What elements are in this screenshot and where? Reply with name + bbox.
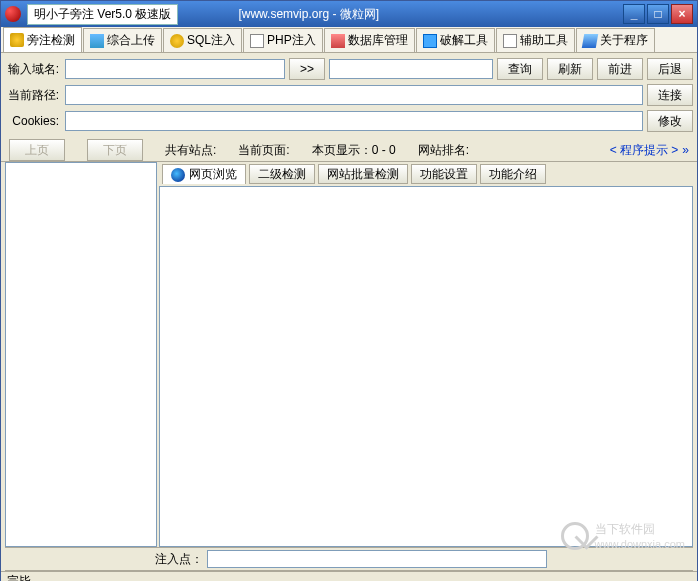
crack-icon: [423, 34, 437, 48]
inject-input[interactable]: [207, 550, 547, 568]
tab-label: 辅助工具: [520, 32, 568, 49]
tab-label: 数据库管理: [348, 32, 408, 49]
tab-db-manage[interactable]: 数据库管理: [324, 28, 415, 52]
current-page-label: 当前页面:: [238, 142, 289, 159]
inject-row: 注入点：: [1, 548, 697, 570]
php-icon: [250, 34, 264, 48]
prev-page-button[interactable]: 上页: [9, 139, 65, 161]
tab-label: 破解工具: [440, 32, 488, 49]
inject-label: 注入点：: [155, 551, 203, 568]
tab-label: 关于程序: [600, 32, 648, 49]
function-settings-button[interactable]: 功能设置: [411, 164, 477, 184]
site-list-panel[interactable]: [5, 162, 157, 547]
main-tabbar: 旁注检测 综合上传 SQL注入 PHP注入 数据库管理 破解工具 辅助工具 关于…: [1, 27, 697, 53]
function-intro-button[interactable]: 功能介绍: [480, 164, 546, 184]
program-hint-link[interactable]: < 程序提示 >»: [610, 142, 689, 159]
tab-label: 综合上传: [107, 32, 155, 49]
back-button[interactable]: 后退: [647, 58, 693, 80]
tab-label: 旁注检测: [27, 32, 75, 49]
db-icon: [10, 33, 24, 47]
browser-view[interactable]: [159, 186, 693, 547]
shared-sites-label: 共有站点:: [165, 142, 216, 159]
chevron-right-icon: »: [682, 143, 689, 157]
browse-tab-label: 网页浏览: [189, 166, 237, 183]
info-bar: 上页 下页 共有站点: 当前页面: 本页显示：0 - 0 网站排名: < 程序提…: [1, 139, 697, 161]
tab-label: PHP注入: [267, 32, 316, 49]
domain-label: 输入域名:: [5, 61, 61, 78]
app-window: 明小子旁注 Ver5.0 极速版 [www.semvip.org - 微粒网] …: [0, 0, 698, 581]
tab-side-injection[interactable]: 旁注检测: [3, 27, 82, 52]
cookies-input[interactable]: [65, 111, 643, 131]
level2-detect-button[interactable]: 二级检测: [249, 164, 315, 184]
titlebar: 明小子旁注 Ver5.0 极速版 [www.semvip.org - 微粒网] …: [1, 1, 697, 27]
about-icon: [581, 34, 597, 48]
main-panel: 网页浏览 二级检测 网站批量检测 功能设置 功能介绍: [159, 162, 693, 547]
app-icon: [5, 6, 21, 22]
tab-aux-tools[interactable]: 辅助工具: [496, 28, 575, 52]
window-title: 明小子旁注 Ver5.0 极速版: [27, 4, 178, 25]
status-text: 完毕: [7, 573, 31, 581]
tab-crack-tools[interactable]: 破解工具: [416, 28, 495, 52]
connect-button[interactable]: 连接: [647, 84, 693, 106]
page-display-label: 本页显示：0 - 0: [312, 142, 396, 159]
sql-icon: [170, 34, 184, 48]
path-input[interactable]: [65, 85, 643, 105]
path-label: 当前路径:: [5, 87, 61, 104]
tab-about[interactable]: 关于程序: [576, 28, 655, 52]
site-rank-label: 网站排名:: [418, 142, 469, 159]
refresh-button[interactable]: 刷新: [547, 58, 593, 80]
browse-tab[interactable]: 网页浏览: [162, 164, 246, 184]
dbm-icon: [331, 34, 345, 48]
work-area: 网页浏览 二级检测 网站批量检测 功能设置 功能介绍: [1, 161, 697, 547]
ie-icon: [171, 168, 185, 182]
url-input[interactable]: [329, 59, 493, 79]
form-area: 输入域名: >> 查询 刷新 前进 后退 当前路径: 连接 Cookies: 修…: [1, 53, 697, 139]
next-page-button[interactable]: 下页: [87, 139, 143, 161]
cookies-label: Cookies:: [5, 114, 61, 128]
maximize-button[interactable]: □: [647, 4, 669, 24]
query-button[interactable]: 查询: [497, 58, 543, 80]
minimize-button[interactable]: _: [623, 4, 645, 24]
tab-label: SQL注入: [187, 32, 235, 49]
window-subtitle: [www.semvip.org - 微粒网]: [238, 6, 379, 23]
domain-input[interactable]: [65, 59, 285, 79]
go-button[interactable]: >>: [289, 58, 325, 80]
modify-button[interactable]: 修改: [647, 110, 693, 132]
tab-php-injection[interactable]: PHP注入: [243, 28, 323, 52]
chart-icon: [90, 34, 104, 48]
tab-sql-injection[interactable]: SQL注入: [163, 28, 242, 52]
sub-toolbar: 网页浏览 二级检测 网站批量检测 功能设置 功能介绍: [159, 162, 693, 186]
status-bar: 完毕: [1, 571, 697, 581]
tab-upload[interactable]: 综合上传: [83, 28, 162, 52]
forward-button[interactable]: 前进: [597, 58, 643, 80]
aux-icon: [503, 34, 517, 48]
close-button[interactable]: ×: [671, 4, 693, 24]
batch-detect-button[interactable]: 网站批量检测: [318, 164, 408, 184]
